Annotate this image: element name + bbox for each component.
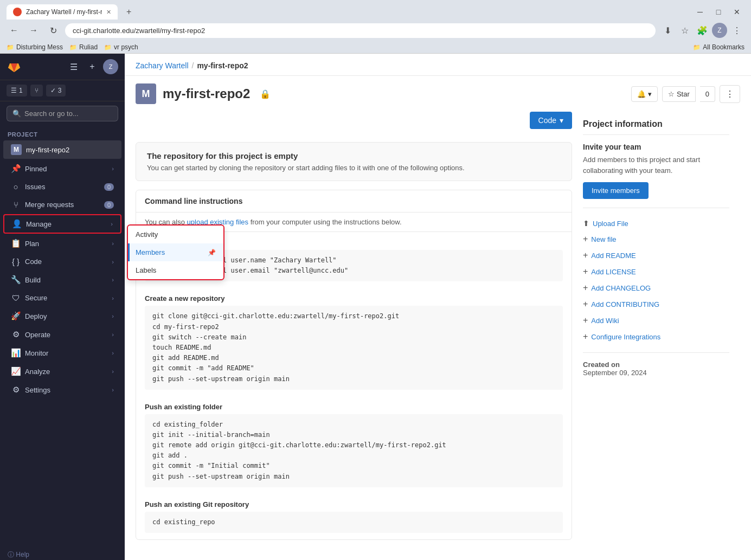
plus-icon: + [583, 250, 588, 260]
empty-repo-text: You can get started by cloning the repos… [147, 164, 561, 172]
star-label: Star [677, 90, 690, 98]
dropdown-labels[interactable]: Labels [128, 261, 223, 279]
gitlab-logo[interactable] [7, 59, 22, 74]
chevron-icon: › [112, 276, 114, 283]
chevron-icon: › [112, 331, 114, 338]
deploy-icon: 🚀 [11, 311, 21, 321]
sidebar-item-plan[interactable]: 📋 Plan › [3, 235, 121, 252]
manage-dropdown: Activity Members 📌 Labels [127, 224, 224, 280]
sidebar-item-label: Operate [25, 331, 50, 339]
sidebar-item-pinned[interactable]: 📌 Pinned › [3, 160, 121, 177]
invite-members-button[interactable]: Invite members [583, 182, 649, 199]
code-button[interactable]: Code ▾ [530, 112, 572, 129]
upload-file-link[interactable]: ⬆ Upload File [583, 216, 729, 231]
back-button[interactable]: ← [7, 23, 22, 38]
todo-count: 3 [58, 87, 62, 94]
sidebar-item-code[interactable]: { } Code › [3, 253, 121, 270]
plus-icon: + [583, 332, 588, 342]
code-button-label: Code [538, 116, 556, 125]
chevron-down-icon: ▾ [560, 116, 563, 125]
forward-button[interactable]: → [26, 23, 41, 38]
maximize-button[interactable]: □ [711, 4, 726, 20]
profile-icon[interactable]: Z [712, 23, 727, 38]
browser-action-icons: ⬇ ☆ 🧩 Z ⋮ [660, 23, 744, 38]
chevron-icon: › [112, 368, 114, 375]
sidebar-item-issues[interactable]: ○ Issues 0 [3, 178, 121, 195]
content-main: Code ▾ The repository for this project i… [136, 112, 572, 540]
star-button[interactable]: ☆ Star [662, 86, 696, 102]
close-button[interactable]: ✕ [729, 4, 744, 20]
invite-team-text: Add members to this project and start co… [583, 155, 729, 176]
divider [583, 208, 729, 208]
content-area: Code ▾ The repository for this project i… [125, 112, 751, 551]
refresh-button[interactable]: ↻ [46, 23, 61, 38]
sidebar-item-settings[interactable]: ⚙ Settings › [3, 381, 121, 398]
sidebar-item-merge-requests[interactable]: ⑂ Merge requests 0 [3, 196, 121, 213]
configure-integrations-link[interactable]: + Configure Integrations [583, 329, 729, 345]
add-license-label: Add LICENSE [591, 268, 636, 276]
tab-close-button[interactable]: ✕ [106, 9, 111, 16]
code-button-row: Code ▾ [136, 112, 572, 136]
extensions-icon[interactable]: 🧩 [695, 23, 710, 38]
browser-tab[interactable]: Zachary Wartell / my-first-repo... ✕ [7, 4, 118, 20]
add-changelog-link[interactable]: + Add CHANGELOG [583, 280, 729, 296]
notification-button[interactable]: 🔔 ▾ [631, 86, 658, 102]
star-icon: ☆ [668, 90, 675, 98]
sidebar-item-analyze[interactable]: 📈 Analyze › [3, 363, 121, 380]
sidebar-item-deploy[interactable]: 🚀 Deploy › [3, 307, 121, 325]
minimize-button[interactable]: ─ [692, 4, 708, 20]
new-file-link[interactable]: + New file [583, 231, 729, 247]
tab-title: Zachary Wartell / my-first-repo... [26, 8, 102, 16]
chevron-down-icon: ▾ [648, 90, 652, 98]
bookmark-icon[interactable]: ☆ [677, 23, 692, 38]
empty-repo-notice: The repository for this project is empty… [136, 142, 572, 181]
breadcrumb-user[interactable]: Zachary Wartell [136, 61, 189, 70]
issues-icon: ○ [11, 182, 21, 191]
empty-repo-title: The repository for this project is empty [147, 151, 561, 160]
menu-icon[interactable]: ⋮ [729, 23, 744, 38]
user-avatar[interactable]: Z [103, 59, 118, 74]
issues-count: 1 [19, 87, 23, 94]
dropdown-members[interactable]: Members 📌 [128, 243, 223, 261]
git-repo-code: cd existing_repo [145, 512, 563, 533]
repo-title-bar: M my-first-repo2 🔒 🔔 ▾ ☆ Star 0 ⋮ [125, 76, 751, 112]
browser-controls: ← → ↻ ⬇ ☆ 🧩 Z ⋮ [0, 20, 751, 41]
dropdown-activity[interactable]: Activity [128, 226, 223, 243]
search-icon: 🔍 [12, 110, 21, 118]
add-contributing-link[interactable]: + Add CONTRIBUTING [583, 296, 729, 312]
chevron-icon: › [112, 350, 114, 356]
help-link[interactable]: ⓘ Help [0, 545, 125, 560]
add-readme-link[interactable]: + Add README [583, 247, 729, 263]
bookmark-disturbing-mess[interactable]: 📁 Disturbing Mess [7, 43, 63, 51]
sidebar-item-operate[interactable]: ⚙ Operate › [3, 326, 121, 343]
main-content: Zachary Wartell / my-first-repo2 M my-fi… [125, 54, 751, 560]
todo-icon: ✓ [50, 87, 56, 94]
add-wiki-link[interactable]: + Add Wiki [583, 312, 729, 329]
more-button[interactable]: ⋮ [720, 85, 740, 103]
bookmark-ruliad[interactable]: 📁 Ruliad [69, 43, 98, 51]
address-bar[interactable] [65, 23, 656, 38]
new-tab-button[interactable]: + [122, 5, 136, 19]
sidebar-item-secure[interactable]: 🛡 Secure › [3, 289, 121, 306]
sidebar-item-repo[interactable]: M my-first-repo2 [3, 140, 121, 159]
todo-counter[interactable]: ✓ 3 [46, 85, 66, 96]
mr-counter[interactable]: ⑂ [30, 85, 43, 96]
issues-counter[interactable]: ☰ 1 [7, 85, 27, 96]
configure-integrations-label: Configure Integrations [591, 333, 660, 341]
search-bar[interactable]: 🔍 Search or go to... [7, 106, 118, 121]
new-item-button[interactable]: + [85, 59, 100, 74]
download-icon[interactable]: ⬇ [660, 23, 675, 38]
sidebar-item-build[interactable]: 🔧 Build › [3, 271, 121, 288]
pin-icon: 📌 [11, 164, 21, 173]
add-contributing-label: Add CONTRIBUTING [591, 300, 659, 308]
sidebar-item-monitor[interactable]: 📊 Monitor › [3, 344, 121, 362]
bookmark-label: All Bookmarks [703, 43, 744, 51]
add-license-link[interactable]: + Add LICENSE [583, 263, 729, 280]
bookmark-all-bookmarks[interactable]: 📁 All Bookmarks [693, 43, 744, 51]
folder-code: cd existing_folder git init --initial-br… [145, 414, 563, 487]
sidebar-item-manage[interactable]: 👤 Manage › [3, 214, 121, 234]
bookmark-vr-psych[interactable]: 📁 vr psych [104, 43, 138, 51]
browser-bookmarks: 📁 Disturbing Mess 📁 Ruliad 📁 vr psych 📁 … [0, 41, 751, 54]
tab-favicon [13, 8, 22, 16]
sidebar-toggle-button[interactable]: ☰ [66, 59, 81, 74]
